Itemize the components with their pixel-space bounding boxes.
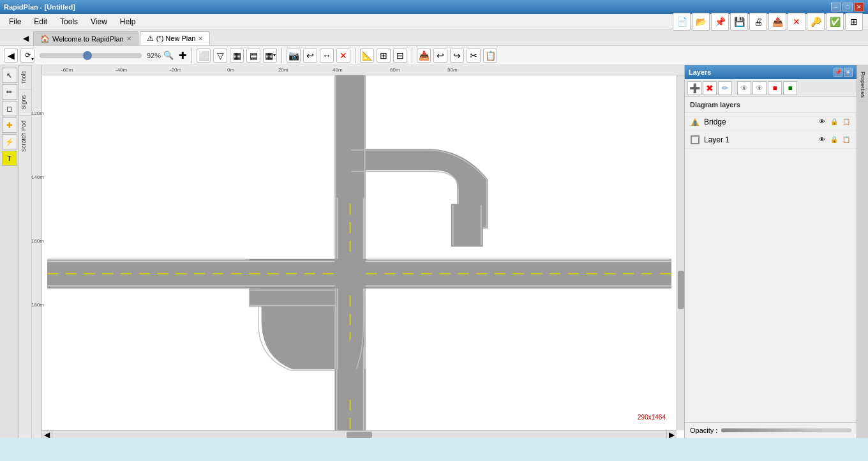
tool-align[interactable]: ⊞ [377,49,391,63]
layers-opacity-bar: Opacity : [685,422,857,438]
properties-tab[interactable]: Properties [857,65,868,438]
toolbar-close-doc[interactable]: ✕ [788,13,805,31]
ruler-v-mark: 180m [32,302,45,308]
opacity-label: Opacity : [690,427,717,434]
canvas-area[interactable]: -60m -40m -20m 0m 20m 40m 60m 80m 120m 1… [32,65,684,438]
tab-welcome[interactable]: 🏠 Welcome to RapidPlan ✕ [33,31,138,45]
tab-welcome-close[interactable]: ✕ [126,35,131,42]
tab-nav-left[interactable]: ◀ [18,31,33,45]
layer-row-bridge[interactable]: Bridge 👁 🔒 📋 [685,113,857,131]
hscroll-thumb[interactable] [347,432,372,438]
layer1-lock-icon[interactable]: 🔒 [829,135,839,145]
side-tools[interactable]: Tools [19,65,31,89]
side-signs[interactable]: Signs [19,89,31,115]
toolbar-check[interactable]: ✅ [826,13,844,31]
toolbar-key[interactable]: 🔑 [807,13,825,31]
tool-import[interactable]: 📥 [417,49,431,63]
menu-view[interactable]: View [84,16,114,27]
layer-hide-some[interactable]: 👁 [752,81,767,95]
layer-icon-bridge [690,117,700,127]
hscroll-right[interactable]: ▶ [666,431,677,438]
tab-new-plan-close[interactable]: ✕ [198,35,203,42]
zoom-track[interactable] [40,53,142,58]
toolbar-grid[interactable]: ⊞ [845,13,863,31]
toolbar-export[interactable]: 📤 [768,13,786,31]
add-element-button[interactable]: ✚ [179,50,187,61]
tool-table[interactable]: ▤ [246,49,260,63]
ruler-mark: 40m [333,67,343,73]
bridge-lock-icon[interactable]: 🔒 [829,117,839,127]
layer-name-layer1: Layer 1 [704,135,813,144]
tool-copy[interactable]: 📋 [483,49,497,63]
tool-shape[interactable]: ◻ [2,101,17,116]
tool-rect[interactable]: ⬜ [197,49,211,63]
layer-row-layer1[interactable]: Layer 1 👁 🔒 📋 [685,131,857,149]
tool-grid2[interactable]: ▦▾ [263,49,277,63]
tab-new-plan[interactable]: ⚠ (*) New Plan ✕ [140,31,211,45]
menu-help[interactable]: Help [114,16,142,27]
tool-delete[interactable]: ✕ [336,49,350,63]
tool-add[interactable]: ✚ [2,117,17,133]
tool-tri[interactable]: ▽ [213,49,227,63]
vertical-scrollbar[interactable] [677,75,684,430]
layers-close-button[interactable]: ✕ [844,68,853,77]
toolbar-pin[interactable]: 📌 [711,13,729,31]
tool-undo2[interactable]: ↩ [433,49,447,63]
tool-draw[interactable]: ✏ [2,84,17,100]
hscroll-left[interactable]: ◀ [42,431,52,438]
toolbar-open[interactable]: 📂 [692,13,710,31]
nav-back[interactable]: ◀ [4,49,18,63]
layer-color-red[interactable]: ■ [768,81,782,95]
add-layer-button[interactable]: ➕ [687,81,701,95]
layers-pin-button[interactable]: 📌 [834,68,842,77]
zoom-search-icon[interactable]: 🔍 [163,50,174,60]
tool-lightning[interactable]: ⚡ [2,134,17,149]
opacity-slider[interactable] [721,428,851,432]
maximize-button[interactable]: □ [842,3,853,11]
layer-show-all[interactable]: 👁 [737,81,751,95]
nav-home[interactable]: ⟳ ▾ [20,49,34,63]
tool-redo[interactable]: ↪ [450,49,464,63]
tool-text[interactable]: T [2,151,17,166]
separator2 [281,48,282,63]
menu-file[interactable]: File [3,16,27,27]
minimize-button[interactable]: – [831,3,841,11]
road-canvas[interactable]: 290x1464 [42,75,677,430]
svg-rect-29 [366,288,671,289]
tool-select[interactable]: ↖ [2,68,17,83]
tool-camera[interactable]: 📷 [287,49,301,63]
tool-snap[interactable]: ⊟ [393,49,407,63]
bridge-edit-icon[interactable]: 📋 [841,117,851,127]
horizontal-scrollbar[interactable]: ◀ ▶ [42,430,677,438]
layer-color-green[interactable]: ■ [783,81,797,95]
separator4 [412,48,412,63]
svg-rect-21 [335,259,366,289]
main-area: ↖ ✏ ◻ ✚ ⚡ T Tools Signs Scratch Pad -60m… [0,65,868,438]
toolbar-save[interactable]: 💾 [730,13,748,31]
zoom-thumb[interactable] [83,51,92,60]
layers-header: Layers 📌 ✕ [685,65,857,79]
side-scratch[interactable]: Scratch Pad [19,115,31,157]
toolbar-new[interactable]: 📄 [673,13,691,31]
road-svg [42,75,677,430]
toolbar-print[interactable]: 🖨 [749,13,767,31]
close-button[interactable]: ✕ [854,3,864,11]
tool-undo[interactable]: ↩ [303,49,317,63]
edit-layer-button[interactable]: ✏ [718,81,732,95]
bridge-visibility-icon[interactable]: 👁 [817,117,827,127]
tool-move[interactable]: ↔ [320,49,334,63]
tool-grid[interactable]: ▦ [230,49,244,63]
svg-rect-18 [336,369,338,430]
vscroll-thumb[interactable] [678,271,684,309]
tool-cut[interactable]: ✂ [467,49,481,63]
layer1-layer-actions: 👁 🔒 📋 [817,135,851,145]
tool-measure[interactable]: 📐 [360,49,374,63]
svg-rect-28 [366,259,671,261]
delete-layer-button[interactable]: ✖ [703,81,717,95]
layer1-edit-icon[interactable]: 📋 [841,135,851,145]
layers-panel: Layers 📌 ✕ ➕ ✖ ✏ 👁 👁 ■ ■ Diagram layers [684,65,857,438]
layer1-visibility-icon[interactable]: 👁 [817,135,827,145]
menu-tools[interactable]: Tools [54,16,84,27]
properties-label[interactable]: Properties [858,68,867,102]
menu-edit[interactable]: Edit [27,16,54,27]
